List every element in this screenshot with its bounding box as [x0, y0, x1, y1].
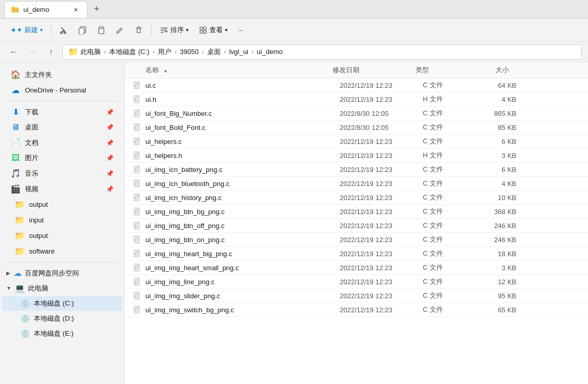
- file-type: C 文件: [423, 235, 475, 244]
- svg-text:C: C: [135, 239, 137, 242]
- pin-icon-downloads: 📌: [106, 109, 114, 116]
- table-row[interactable]: C ui_img_img_heart_big_png.c 2022/12/19 …: [125, 247, 588, 261]
- col-type-header[interactable]: 类型: [416, 65, 467, 75]
- col-name-header[interactable]: 名称 ▲: [125, 65, 332, 75]
- file-icon: C: [133, 137, 141, 145]
- sort-button[interactable]: 排序 ▾: [156, 23, 193, 37]
- sidebar-cdrive-label: 本地磁盘 (C:): [34, 299, 74, 308]
- file-icon: C: [133, 235, 141, 244]
- sidebar-downloads-label: 下载: [25, 108, 38, 117]
- sidebar-item-music[interactable]: 🎵 音乐 📌: [2, 166, 122, 181]
- copy-button[interactable]: [74, 24, 91, 36]
- address-path[interactable]: 📁 此电脑 › 本地磁盘 (C:) › 用户 › 39050 › 桌面 › lv…: [62, 44, 582, 60]
- table-row[interactable]: C ui_helpers.c 2022/12/19 12:23 C 文件 6 K…: [125, 135, 588, 149]
- file-name: ui.h: [145, 96, 340, 103]
- file-size: 246 KB: [475, 236, 527, 244]
- view-arrow-icon: ▾: [225, 27, 228, 33]
- view-icon: [199, 26, 207, 34]
- table-row[interactable]: C ui_img_img_btn_bg_png.c 2022/12/19 12:…: [125, 205, 588, 219]
- sidebar-item-videos[interactable]: 🎬 视频 📌: [2, 181, 122, 196]
- sidebar-item-desktop[interactable]: 🖥 桌面 📌: [2, 120, 122, 135]
- file-type: C 文件: [423, 193, 475, 202]
- sidebar-item-output-2[interactable]: 📁 output: [2, 228, 122, 243]
- sidebar-divider-2: [6, 262, 118, 262]
- table-row[interactable]: H ui_helpers.h 2022/12/19 12:23 H 文件 3 K…: [125, 149, 588, 163]
- sidebar-group-thispc[interactable]: ▼ 💻 此电脑: [0, 281, 124, 296]
- rename-button[interactable]: [112, 24, 128, 36]
- svg-rect-6: [100, 27, 103, 29]
- cut-button[interactable]: [56, 24, 72, 36]
- table-row[interactable]: C ui_img_img_btn_off_png.c 2022/12/19 12…: [125, 219, 588, 233]
- edrive-icon: 💿: [21, 329, 30, 338]
- file-type: C 文件: [423, 123, 475, 132]
- col-size-header[interactable]: 大小: [467, 65, 519, 75]
- path-ui-demo[interactable]: ui_demo: [257, 48, 283, 56]
- path-c-drive[interactable]: 本地磁盘 (C:): [109, 47, 149, 57]
- sidebar-item-documents[interactable]: 📄 文档 📌: [2, 135, 122, 150]
- table-row[interactable]: C ui_img_img_btn_on_png.c 2022/12/19 12:…: [125, 233, 588, 247]
- svg-text:C: C: [135, 182, 137, 186]
- sidebar-output-1-label: output: [29, 201, 48, 208]
- file-date: 2022/12/19 12:23: [340, 278, 423, 286]
- table-row[interactable]: C ui_img_img_line_png.c 2022/12/19 12:23…: [125, 275, 588, 289]
- sidebar-item-home[interactable]: 🏠 主文件夹: [2, 67, 122, 82]
- sidebar-software-label: software: [29, 247, 55, 255]
- pin-icon-videos: 📌: [106, 186, 114, 193]
- svg-text:C: C: [135, 295, 137, 298]
- delete-button[interactable]: [130, 24, 147, 36]
- new-tab-button[interactable]: +: [89, 2, 104, 17]
- table-row[interactable]: C ui.c 2022/12/19 12:23 C 文件 64 KB: [125, 78, 588, 92]
- toolbar-sep-2: [151, 24, 152, 36]
- path-lvgl-ui[interactable]: lvgl_ui: [229, 48, 248, 56]
- path-desktop[interactable]: 桌面: [207, 47, 221, 57]
- file-type: C 文件: [423, 249, 475, 258]
- view-button[interactable]: 查看 ▾: [195, 23, 232, 37]
- file-type: H 文件: [423, 95, 475, 104]
- table-row[interactable]: C ui_img_icn_bluetooth_png.c 2022/12/19 …: [125, 177, 588, 191]
- more-button[interactable]: ···: [234, 24, 248, 36]
- table-row[interactable]: C ui_img_icn_history_png.c 2022/12/19 12…: [125, 191, 588, 205]
- file-type: C 文件: [423, 109, 475, 118]
- path-39050[interactable]: 39050: [180, 48, 198, 56]
- new-button[interactable]: ✦ ✦ 新建 ▾: [6, 23, 47, 37]
- sidebar-divider-1: [6, 101, 118, 101]
- file-type: H 文件: [423, 151, 475, 160]
- sidebar-item-software[interactable]: 📁 software: [2, 244, 122, 259]
- up-button[interactable]: ↑: [44, 45, 58, 59]
- sidebar-item-output-1[interactable]: 📁 output: [2, 197, 122, 212]
- file-icon: C: [133, 221, 141, 230]
- sort-label: 排序: [170, 25, 184, 35]
- sidebar-item-input[interactable]: 📁 input: [2, 213, 122, 228]
- sidebar-item-pictures[interactable]: 🖼 图片 📌: [2, 151, 122, 165]
- back-button[interactable]: ←: [6, 45, 21, 59]
- paste-button[interactable]: [93, 24, 110, 36]
- cdrive-icon: 💿: [21, 299, 30, 308]
- pin-icon-pictures: 📌: [106, 154, 114, 162]
- file-icon: C: [133, 277, 141, 286]
- col-date-header[interactable]: 修改日期: [332, 65, 416, 75]
- path-computer[interactable]: 此电脑: [81, 47, 101, 57]
- table-row[interactable]: H ui.h 2022/12/19 12:23 H 文件 4 KB: [125, 92, 588, 107]
- sidebar-group-baidu[interactable]: ▶ ☁ 百度网盘同步空间: [0, 266, 124, 281]
- file-size: 368 KB: [475, 208, 527, 216]
- table-row[interactable]: C ui_img_img_switch_bg_png.c 2022/12/19 …: [125, 303, 588, 317]
- sidebar-item-onedrive[interactable]: ☁ OneDrive - Personal: [2, 83, 122, 98]
- pin-icon-documents: 📌: [106, 139, 114, 147]
- desktop-icon: 🖥: [10, 123, 21, 132]
- pin-icon-music: 📌: [106, 170, 114, 177]
- active-tab[interactable]: ui_demo ×: [4, 1, 87, 18]
- table-row[interactable]: C ui_font_Big_Number.c 2022/8/30 12:05 C…: [125, 107, 588, 121]
- sidebar-item-cdrive[interactable]: 💿 本地磁盘 (C:): [2, 296, 122, 311]
- file-icon: C: [133, 263, 141, 272]
- path-users[interactable]: 用户: [158, 47, 171, 57]
- table-row[interactable]: C ui_font_Bold_Font.c 2022/8/30 12:05 C …: [125, 121, 588, 135]
- table-row[interactable]: C ui_img_img_heart_small_png.c 2022/12/1…: [125, 261, 588, 275]
- table-row[interactable]: C ui_img_img_slider_png.c 2022/12/19 12:…: [125, 289, 588, 303]
- tab-close-button[interactable]: ×: [71, 5, 81, 14]
- sidebar-item-edrive[interactable]: 💿 本地磁盘 (E:): [2, 326, 122, 341]
- forward-button[interactable]: →: [25, 45, 39, 59]
- sidebar-item-downloads[interactable]: ⬇ 下载 📌: [2, 104, 122, 120]
- file-name: ui_img_img_switch_bg_png.c: [145, 306, 340, 314]
- table-row[interactable]: C ui_img_icn_battery_png.c 2022/12/19 12…: [125, 163, 588, 177]
- sidebar-item-ddrive[interactable]: 💿 本地磁盘 (D:): [2, 311, 122, 326]
